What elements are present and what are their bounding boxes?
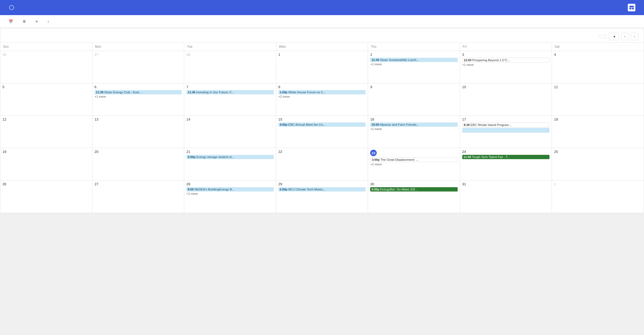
day-cell: 178:30EBC Rhode Island Program... — [460, 116, 552, 148]
day-cell: 12 — [0, 116, 92, 148]
day-number: 5 — [2, 85, 90, 89]
date-range-button[interactable]: 📅 — [5, 18, 18, 25]
event-item[interactable]: 10:00Alpacas and Farm Friends... — [370, 122, 457, 127]
day-cell: 25 — [552, 148, 644, 180]
toolbar: 📅 ⚙ ≡ ↕ — [0, 15, 644, 28]
event-item[interactable]: 11:45Investing In Our Future: F... — [186, 90, 274, 94]
more-events-link[interactable]: +1 more — [95, 95, 182, 98]
event-item[interactable]: 11:30Sloan Energy Club - Enel ... — [95, 90, 182, 94]
day-header-wed: Wed — [276, 43, 368, 51]
day-number: 24 — [462, 150, 549, 154]
event-item[interactable]: 8:00NESEA's BuildingEnergy B... — [186, 187, 274, 192]
day-cell: 154:00pEBC Annual Meet the Co... — [276, 116, 368, 148]
airtable-icon — [628, 4, 635, 11]
customize-labels-button[interactable]: ⚙ — [19, 18, 31, 25]
event-title: Energy storage student sl... — [196, 155, 234, 159]
event-time: 5:00p — [188, 155, 195, 159]
day-cell: 1 — [552, 180, 644, 213]
day-number: 3 — [462, 53, 549, 57]
day-header-thu: Thu — [368, 43, 460, 51]
day-number: 13 — [95, 117, 182, 121]
day-number: 1 — [278, 53, 366, 57]
day-number: 15 — [278, 117, 366, 121]
chevron-down-icon: ▾ — [613, 35, 615, 39]
day-cell: 233:00pThe Great Displacement: ...+1 mor… — [368, 148, 460, 180]
sort-button[interactable]: ↕ — [44, 18, 54, 25]
event-item[interactable]: 5:00pEnergy storage student sl... — [186, 155, 274, 159]
day-header-sat: Sat — [552, 43, 644, 51]
day-cell: 4 — [552, 51, 644, 83]
event-item[interactable]: 1:00pWhite House Forum on C... — [278, 90, 366, 94]
day-number: 28 — [186, 53, 274, 57]
event-title: White House Forum on C... — [288, 91, 326, 94]
svg-rect-2 — [632, 8, 634, 9]
more-events-link[interactable]: +1 more — [462, 63, 549, 66]
event-time: 8:00 — [188, 188, 194, 191]
event-title: Sloan Sustainability Lunch... — [380, 58, 419, 61]
airtable-logo — [628, 4, 638, 11]
day-number: 27 — [95, 182, 182, 186]
event-time: 11:45 — [372, 58, 379, 61]
day-number: 7 — [186, 85, 274, 89]
day-number: 22 — [278, 150, 366, 154]
day-cell: 27 — [92, 180, 184, 213]
event-item[interactable]: 12:00Prospering Beyond 1.5°C:... — [462, 58, 549, 63]
day-number: 14 — [186, 117, 274, 121]
event-item[interactable]: 5:00pMCJ Climate Tech Meetu... — [278, 187, 366, 192]
more-button[interactable] — [56, 20, 62, 23]
day-number: 28 — [186, 182, 274, 186]
event-title: Alpacas and Farm Friends... — [380, 123, 419, 126]
today-button[interactable] — [599, 35, 607, 38]
day-cell: 1 — [276, 51, 368, 83]
day-number: 17 — [462, 117, 549, 121]
prev-button[interactable]: ‹ — [621, 33, 629, 40]
event-item[interactable]: 4:00pEBC Annual Meet the Co... — [278, 122, 366, 127]
day-cell: 13 — [92, 116, 184, 148]
svg-rect-0 — [629, 6, 634, 7]
day-number: 19 — [2, 150, 90, 154]
more-events-link[interactable]: +1 more — [370, 127, 457, 131]
more-events-link[interactable]: +2 more — [278, 95, 366, 98]
day-header-fri: Fri — [460, 43, 552, 51]
event-item[interactable]: 8:30EBC Rhode Island Program... — [462, 122, 549, 127]
day-cell: 9 — [368, 83, 460, 116]
day-number: 18 — [554, 117, 642, 121]
event-title: EBC Annual Meet the Co... — [288, 123, 325, 126]
today-date: 23 — [370, 150, 377, 156]
app-title — [6, 5, 14, 10]
event-time: 8:30 — [464, 123, 470, 127]
event-title: Prospering Beyond 1.5°C:... — [472, 59, 511, 62]
day-cell: 2411:00Tough Tech Talent Fair - T... — [460, 148, 552, 180]
next-button[interactable]: › — [631, 33, 638, 40]
event-title: EnergyBar: Go Make 202... — [380, 188, 418, 191]
event-time: 10:00 — [372, 123, 379, 126]
more-events-link[interactable]: +1 more — [370, 63, 457, 66]
event-item[interactable]: 5:00pEnergyBar: Go Make 202... — [370, 187, 457, 192]
day-number: 20 — [95, 150, 182, 154]
day-number: 31 — [462, 182, 549, 186]
more-events-link[interactable]: +1 more — [186, 192, 274, 195]
day-number: 1 — [554, 182, 642, 186]
day-header-sun: Sun — [0, 43, 92, 51]
more-events-link[interactable]: +1 more — [370, 163, 457, 166]
info-icon[interactable] — [9, 5, 14, 10]
day-cell: 305:00pEnergyBar: Go Make 202... — [368, 180, 460, 213]
event-title: The Great Displacement: ... — [380, 158, 419, 161]
event-time: 5:00p — [372, 188, 379, 191]
calendar-container: ▾ ‹ › SunMonTueWedThuFriSat 2627281211:4… — [0, 28, 644, 213]
month-button[interactable]: ▾ — [609, 33, 619, 40]
day-cell: 18 — [552, 116, 644, 148]
day-cell: 31 — [460, 180, 552, 213]
app-header — [0, 0, 644, 15]
event-title: Sloan Energy Club - Enel ... — [104, 91, 143, 94]
event-title: MCJ Climate Tech Meetu... — [288, 188, 326, 191]
event-item[interactable]: 3:00pThe Great Displacement: ... — [370, 157, 457, 162]
filter-button[interactable]: ≡ — [32, 18, 43, 25]
event-item[interactable]: 11:45Sloan Sustainability Lunch... — [370, 58, 457, 62]
day-cell: 611:30Sloan Energy Club - Enel ...+1 mor… — [92, 83, 184, 116]
event-title: EBC Rhode Island Program... — [471, 123, 512, 127]
day-cell: 81:00pWhite House Forum on C...+2 more — [276, 83, 368, 116]
event-item[interactable] — [462, 128, 549, 133]
event-item[interactable]: 11:00Tough Tech Talent Fair - T... — [462, 155, 549, 159]
event-title: Investing In Our Future: F... — [196, 91, 234, 94]
